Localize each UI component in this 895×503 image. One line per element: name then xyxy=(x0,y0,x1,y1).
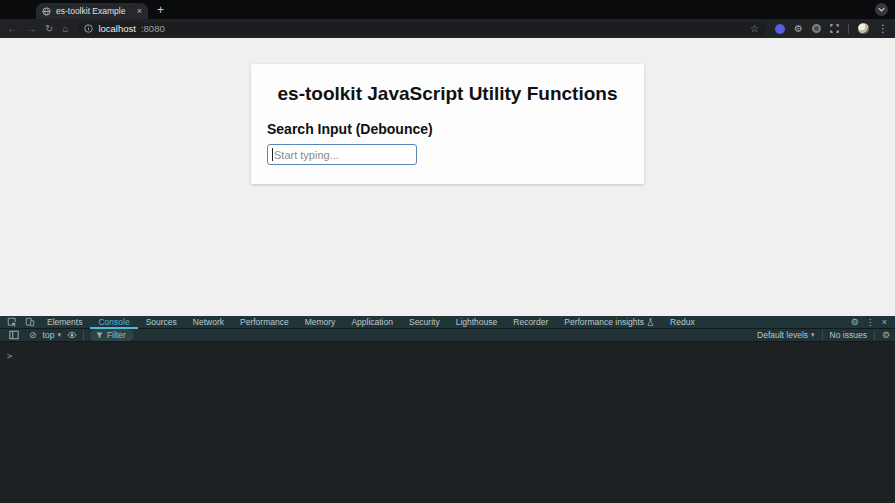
extension-icon-blue[interactable] xyxy=(775,24,785,34)
address-bar[interactable]: localhost :8080 ☆ xyxy=(77,22,766,36)
console-output-area[interactable]: > xyxy=(0,342,895,503)
reload-icon[interactable]: ↻ xyxy=(45,24,53,34)
globe-favicon-icon xyxy=(42,7,51,16)
devtools-tab-console[interactable]: Console xyxy=(90,316,137,329)
console-toolbar: ⊘ top ▾ Filter Default levels ▾ xyxy=(0,329,895,342)
browser-window: es-toolkit Example × + ← → ↻ ⌂ localhost… xyxy=(0,0,895,503)
extension-icon-gear[interactable]: ⚙ xyxy=(794,24,803,34)
devtools-tab-network[interactable]: Network xyxy=(185,316,232,329)
site-info-icon[interactable] xyxy=(84,24,93,33)
devtools-tab-memory[interactable]: Memory xyxy=(297,316,344,329)
live-expression-eye-icon[interactable] xyxy=(67,331,77,339)
console-sidebar-icon[interactable] xyxy=(9,330,19,340)
devtools-tab-security[interactable]: Security xyxy=(401,316,448,329)
console-filter-input[interactable]: Filter xyxy=(90,329,134,341)
devtools-tab-performance[interactable]: Performance xyxy=(232,316,297,329)
filter-funnel-icon xyxy=(96,332,103,339)
devtools-close-icon[interactable]: × xyxy=(882,317,887,327)
devtools-tab-redux[interactable]: Redux xyxy=(662,316,703,329)
dropdown-arrow-icon: ▾ xyxy=(57,331,61,339)
tab-close-icon[interactable]: × xyxy=(137,7,142,16)
console-prompt[interactable]: > xyxy=(7,351,12,361)
new-tab-button[interactable]: + xyxy=(157,4,164,16)
log-levels-selector[interactable]: Default levels ▾ xyxy=(757,330,815,340)
browser-tab[interactable]: es-toolkit Example × xyxy=(36,3,148,19)
devtools-tab-lighthouse[interactable]: Lighthouse xyxy=(448,316,506,329)
devtools-tab-elements[interactable]: Elements xyxy=(39,316,90,329)
bookmark-star-icon[interactable]: ☆ xyxy=(750,24,759,34)
browser-toolbar: ← → ↻ ⌂ localhost :8080 ☆ ⚙ ⋮ xyxy=(0,19,895,38)
section-title: Search Input (Debounce) xyxy=(267,121,628,137)
dropdown-arrow-icon: ▾ xyxy=(811,331,815,339)
page-title: es-toolkit JavaScript Utility Functions xyxy=(267,83,628,105)
console-settings-icon[interactable]: ⚙ xyxy=(882,331,890,340)
home-icon[interactable]: ⌂ xyxy=(62,24,68,34)
devtools-panel: Elements Console Sources Network Perform… xyxy=(0,316,895,503)
device-toolbar-icon[interactable] xyxy=(25,317,35,327)
forward-icon[interactable]: → xyxy=(26,24,36,34)
inspect-element-icon[interactable] xyxy=(7,317,17,327)
content-card: es-toolkit JavaScript Utility Functions … xyxy=(251,64,644,184)
devtools-menu-icon[interactable]: ⋮ xyxy=(866,317,875,327)
browser-menu-icon[interactable]: ⋮ xyxy=(878,23,888,34)
devtools-tab-application[interactable]: Application xyxy=(343,316,401,329)
devtools-tab-performance-insights[interactable]: Performance insights xyxy=(556,316,662,329)
back-icon[interactable]: ← xyxy=(7,24,17,34)
profile-avatar[interactable] xyxy=(858,23,869,34)
search-input[interactable] xyxy=(267,144,417,165)
devtools-tab-bar: Elements Console Sources Network Perform… xyxy=(0,316,895,329)
text-caret xyxy=(272,148,273,161)
extension-icon-ring[interactable] xyxy=(812,24,821,33)
extensions-icon[interactable] xyxy=(830,24,839,33)
tab-strip: es-toolkit Example × + xyxy=(0,0,895,19)
devtools-settings-icon[interactable]: ⚙ xyxy=(851,318,859,327)
console-context-selector[interactable]: top ▾ xyxy=(43,330,61,340)
search-input-wrapper xyxy=(267,144,417,165)
issues-counter[interactable]: No issues xyxy=(830,330,867,340)
tab-title: es-toolkit Example xyxy=(56,6,132,16)
devtools-tab-recorder[interactable]: Recorder xyxy=(505,316,556,329)
tab-search-button[interactable] xyxy=(875,3,888,16)
page-viewport: es-toolkit JavaScript Utility Functions … xyxy=(0,64,895,316)
experiment-flask-icon xyxy=(647,318,654,326)
url-host: localhost xyxy=(98,23,136,34)
clear-console-icon[interactable]: ⊘ xyxy=(29,331,37,340)
devtools-tab-sources[interactable]: Sources xyxy=(138,316,185,329)
chevron-down-icon xyxy=(878,6,885,13)
toolbar-divider xyxy=(848,24,849,34)
url-port: :8080 xyxy=(141,23,165,34)
